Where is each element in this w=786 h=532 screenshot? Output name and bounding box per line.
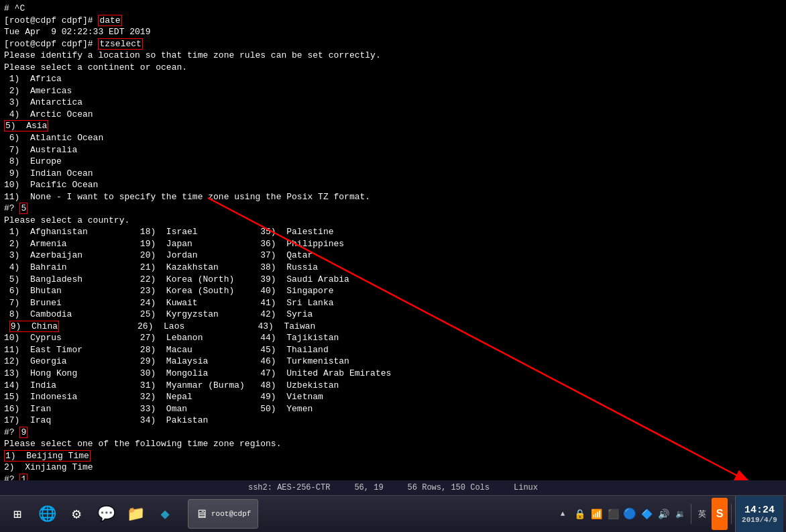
files-icon[interactable]: 📁 bbox=[122, 498, 149, 530]
tray-icon-1[interactable]: 🔒 bbox=[572, 498, 587, 530]
settings-icon[interactable]: ⚙ bbox=[63, 498, 90, 530]
clock-date: 2019/4/9 bbox=[742, 516, 777, 524]
kde-icon[interactable]: ◆ bbox=[152, 498, 178, 530]
show-hidden-icons-button[interactable]: ▲ bbox=[555, 498, 570, 530]
tray-separator-1 bbox=[691, 504, 691, 524]
os-info: Linux bbox=[508, 483, 543, 492]
china-option: 9) China bbox=[9, 321, 59, 332]
browser-icon[interactable]: 🌐 bbox=[34, 498, 60, 530]
taskbar: ⊞ 🌐 ⚙ 💬 📁 ◆ 🖥 root@cdpf ▲ 🔒 📶 ⬛ 🔵 🔷 bbox=[0, 495, 786, 532]
ssh-session-button[interactable]: 🖥 root@cdpf bbox=[188, 499, 258, 529]
ssh-icon: 🖥 bbox=[195, 507, 207, 521]
tray-icon-2[interactable]: 📶 bbox=[589, 498, 604, 530]
terminal-window[interactable]: # ^C [root@cdpf cdpf]# date Tue Apr 9 02… bbox=[0, 0, 786, 493]
taskbar-left-area: ⊞ 🌐 ⚙ 💬 📁 ◆ bbox=[0, 496, 182, 532]
cursor-position: 56, 19 bbox=[349, 483, 388, 492]
tzselect-command: tzselect bbox=[98, 38, 142, 50]
input-5: 5 bbox=[19, 203, 27, 214]
tray-separator-2 bbox=[731, 504, 732, 524]
sogou-icon[interactable]: S bbox=[712, 498, 728, 530]
ssh-label: root@cdpf bbox=[211, 510, 251, 518]
tray-icon-volume[interactable]: 🔉 bbox=[673, 498, 687, 530]
clock-time: 14:24 bbox=[744, 504, 775, 516]
tray-icon-bluetooth[interactable]: 🔵 bbox=[622, 498, 637, 530]
tray-icon-3[interactable]: ⬛ bbox=[606, 498, 620, 530]
tray-icon-network[interactable]: 🔷 bbox=[639, 498, 654, 530]
input-method-icon[interactable]: 英 bbox=[695, 498, 710, 530]
tray-icon-audio[interactable]: 🔊 bbox=[656, 498, 671, 530]
cipher-info: ssh2: AES-256-CTR bbox=[243, 483, 335, 492]
start-button[interactable]: ⊞ bbox=[4, 498, 31, 530]
input-9: 9 bbox=[19, 427, 27, 438]
status-bar: ssh2: AES-256-CTR 56, 19 56 Rows, 150 Co… bbox=[0, 480, 786, 495]
terminal-output: # ^C [root@cdpf cdpf]# date Tue Apr 9 02… bbox=[4, 3, 782, 493]
dimensions-info: 56 Rows, 150 Cols bbox=[402, 483, 495, 492]
system-clock[interactable]: 14:24 2019/4/9 bbox=[735, 496, 783, 533]
system-tray: ▲ 🔒 📶 ⬛ 🔵 🔷 🔊 🔉 英 S 14:24 2019/4/9 bbox=[553, 496, 786, 532]
wechat-icon[interactable]: 💬 bbox=[93, 498, 119, 530]
taskbar-middle-area: 🖥 root@cdpf bbox=[182, 496, 258, 532]
date-command: date bbox=[98, 15, 121, 26]
beijing-time-option: 1) Beijing Time bbox=[4, 450, 91, 462]
asia-option: 5) Asia bbox=[4, 120, 48, 131]
